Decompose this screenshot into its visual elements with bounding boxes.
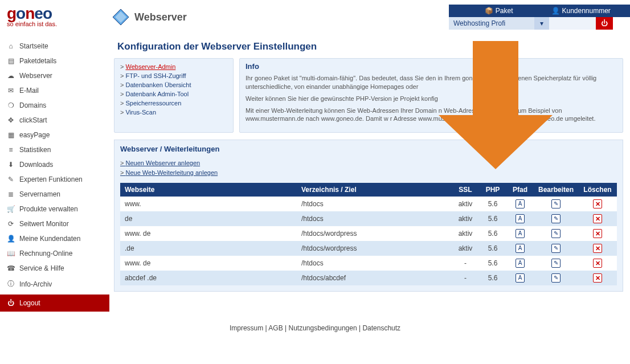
sidebar-item-label: Seitwert Monitor	[19, 220, 69, 228]
table-row: de/htdocsaktiv5.6A✎✕	[120, 211, 617, 226]
paket-select[interactable]: Webhosting Profi	[449, 17, 534, 30]
subnav-item-1[interactable]: > FTP- und SSH-Zugriff	[120, 71, 227, 80]
subnav-link[interactable]: Webserver-Admin	[125, 63, 175, 70]
footer-impressum[interactable]: Impressum	[230, 324, 263, 332]
sidebar-item-domains[interactable]: ❍Domains	[0, 98, 109, 113]
page-title: Konfiguration der Webserver Einstellunge…	[117, 41, 623, 52]
sidebar-item-rechnung-icon: 📖	[7, 250, 15, 257]
subnav-link[interactable]: Datenbank Admin-Tool	[125, 91, 189, 97]
sidebar-item-label: Meine Kundendaten	[19, 235, 80, 243]
sidebar-item-startseite[interactable]: ⌂Startseite	[0, 39, 109, 54]
cell-verzeichnis: /htdocs/abcdef	[297, 271, 452, 285]
footer-agb[interactable]: AGB	[268, 324, 283, 332]
sidebar-item-email[interactable]: ✉E-Mail	[0, 83, 109, 98]
sidebar-item-label: Paketdetails	[19, 57, 56, 65]
sidebar-item-downloads[interactable]: ⬇Downloads	[0, 157, 109, 172]
sidebar-item-label: Statistiken	[19, 146, 51, 154]
cell-ssl: -	[452, 271, 479, 285]
sidebar: ⌂Startseite▤Paketdetails☁Webserver✉E-Mai…	[0, 34, 109, 316]
cell-php: 5.6	[479, 256, 506, 271]
sidebar-item-label: Info-Archiv	[19, 280, 52, 288]
pfad-button[interactable]: A	[516, 199, 525, 208]
sidebar-item-paketdetails-icon: ▤	[7, 57, 15, 65]
sidebar-item-service[interactable]: ☎Service & Hilfe	[0, 261, 109, 276]
footer-datenschutz[interactable]: Datenschutz	[362, 324, 400, 332]
delete-button[interactable]: ✕	[593, 244, 602, 253]
pfad-button[interactable]: A	[516, 214, 525, 223]
sidebar-item-statistiken-icon: ≡	[7, 146, 15, 154]
kundennummer-value	[549, 17, 596, 30]
subnav-panel: > Webserver-Admin> FTP- und SSH-Zugriff>…	[114, 58, 234, 133]
cell-verzeichnis: /htdocs/wordpress	[297, 241, 452, 256]
sidebar-item-clickstart[interactable]: ✥clickStart	[0, 113, 109, 128]
sidebar-item-label: Downloads	[19, 161, 53, 169]
delete-button[interactable]: ✕	[593, 229, 602, 238]
sidebar-item-label: Startseite	[19, 42, 48, 50]
edit-button[interactable]: ✎	[551, 214, 561, 223]
pfad-button[interactable]: A	[516, 259, 525, 268]
sidebar-item-downloads-icon: ⬇	[7, 161, 15, 169]
sidebar-item-servernamen[interactable]: ≣Servernamen	[0, 187, 109, 202]
subnav-item-2[interactable]: > Datenbanken Übersicht	[120, 80, 227, 89]
pfad-button[interactable]: A	[516, 273, 525, 283]
pfad-button[interactable]: A	[516, 244, 525, 253]
table-row: .de/htdocs/wordpressaktiv5.6A✎✕	[120, 241, 617, 256]
sidebar-item-webserver[interactable]: ☁Webserver	[0, 68, 109, 83]
power-button[interactable]: ⏻	[596, 17, 613, 30]
edit-button[interactable]: ✎	[551, 273, 561, 283]
sidebar-item-paketdetails[interactable]: ▤Paketdetails	[0, 54, 109, 68]
info-heading: Info	[246, 62, 617, 71]
delete-button[interactable]: ✕	[593, 273, 602, 283]
brand-logo: goneo so einfach ist das.	[0, 0, 109, 34]
sidebar-item-label: Domains	[19, 101, 46, 109]
cell-webseite: www. de	[120, 256, 297, 271]
link-neue-weiterleitung[interactable]: > Neue Web-Weiterleitung anlegen	[120, 169, 218, 176]
subnav-link[interactable]: Speicherressourcen	[125, 100, 181, 107]
sidebar-item-infoarchiv[interactable]: ⓘInfo-Archiv	[0, 276, 109, 292]
edit-button[interactable]: ✎	[551, 229, 561, 238]
paket-select-dropdown[interactable]: ▾	[534, 17, 549, 30]
edit-button[interactable]: ✎	[551, 259, 561, 268]
sidebar-item-experten[interactable]: ✎Experten Funktionen	[0, 172, 109, 187]
footer-nutzung[interactable]: Nutzungsbedingungen	[289, 324, 357, 332]
sidebar-item-easypage[interactable]: ▦easyPage	[0, 128, 109, 142]
col-verzeichnis: Verzeichnis / Ziel	[297, 183, 452, 197]
subnav-item-3[interactable]: > Datenbank Admin-Tool	[120, 89, 227, 99]
edit-button[interactable]: ✎	[551, 199, 561, 208]
sidebar-item-label: Logout	[19, 299, 40, 307]
sidebar-item-label: Service & Hilfe	[19, 264, 64, 272]
table-row: abcdef .de/htdocs/abcdef-5.6A✎✕	[120, 271, 617, 285]
sidebar-item-label: Produkte verwalten	[19, 205, 78, 213]
info-panel: Info Ihr goneo Paket ist "multi-domain-f…	[239, 58, 623, 133]
cell-ssl: aktiv	[452, 211, 479, 226]
subnav-link[interactable]: Virus-Scan	[125, 109, 156, 116]
delete-button[interactable]: ✕	[593, 199, 602, 208]
logout-icon: ⏻	[7, 299, 15, 307]
sidebar-item-seitwert[interactable]: ⟳Seitwert Monitor	[0, 216, 109, 231]
sidebar-item-statistiken[interactable]: ≡Statistiken	[0, 142, 109, 157]
subnav-item-0[interactable]: > Webserver-Admin	[120, 62, 227, 71]
page-header-title: Webserver	[134, 11, 187, 23]
sidebar-item-rechnung[interactable]: 📖Rechnung-Online	[0, 246, 109, 261]
delete-button[interactable]: ✕	[593, 259, 602, 268]
delete-button[interactable]: ✕	[593, 214, 602, 223]
sidebar-item-kundendaten-icon: 👤	[7, 235, 15, 243]
subnav-item-5[interactable]: > Virus-Scan	[120, 108, 227, 117]
edit-button[interactable]: ✎	[551, 244, 561, 253]
sidebar-item-logout[interactable]: ⏻Logout	[0, 295, 109, 312]
sidebar-item-label: Webserver	[19, 72, 52, 80]
pfad-button[interactable]: A	[516, 229, 525, 238]
subnav-item-4[interactable]: > Speicherressourcen	[120, 99, 227, 108]
cell-webseite: abcdef .de	[120, 271, 297, 285]
cell-ssl: aktiv	[452, 226, 479, 241]
sidebar-item-kundendaten[interactable]: 👤Meine Kundendaten	[0, 231, 109, 246]
info-p2: Weiter können Sie hier die gewünschte PH…	[246, 95, 617, 103]
sidebar-item-produkte[interactable]: 🛒Produkte verwalten	[0, 202, 109, 216]
webserver-table: Webseite Verzeichnis / Ziel SSL PHP Pfad…	[120, 183, 617, 285]
cell-verzeichnis: /htdocs	[297, 256, 452, 271]
subnav-link[interactable]: Datenbanken Übersicht	[125, 81, 191, 88]
kundennummer-label: 👤 Kundennummer	[549, 5, 613, 17]
link-neuer-webserver[interactable]: > Neuen Webserver anlegen	[120, 159, 200, 166]
subnav-link[interactable]: FTP- und SSH-Zugriff	[125, 72, 186, 79]
paket-label: 📦 Paket	[449, 5, 549, 17]
